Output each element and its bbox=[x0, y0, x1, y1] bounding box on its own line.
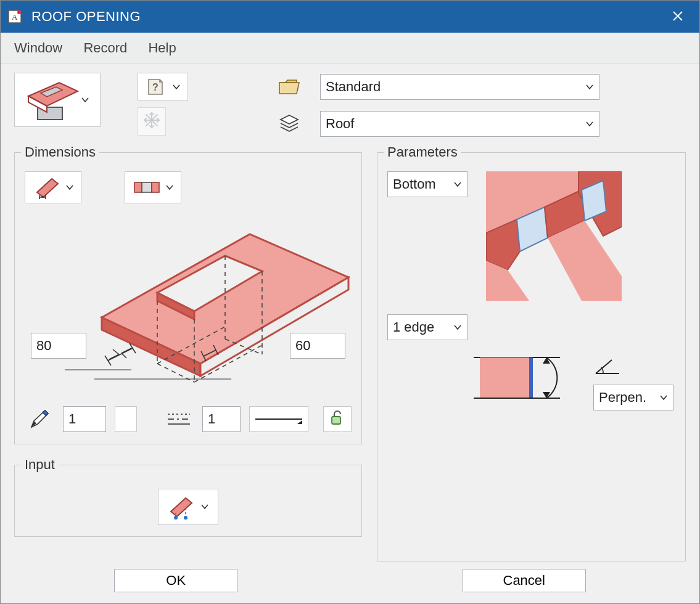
svg-rect-37 bbox=[332, 417, 340, 424]
svg-marker-56 bbox=[543, 392, 550, 398]
ok-button[interactable]: OK bbox=[114, 569, 237, 592]
opening-type-dropdown[interactable] bbox=[14, 73, 101, 127]
dimensions-group: Dimensions bbox=[14, 144, 362, 444]
unlock-icon bbox=[329, 409, 346, 429]
linetype-value-input[interactable] bbox=[202, 406, 241, 432]
snowflake-icon bbox=[142, 111, 161, 132]
chevron-down-icon bbox=[585, 83, 594, 91]
linetype-icon bbox=[164, 404, 194, 434]
parameters-legend: Parameters bbox=[384, 144, 461, 160]
folder-icon bbox=[274, 72, 304, 102]
layers-icon bbox=[274, 109, 304, 139]
color-swatch-white bbox=[119, 412, 133, 426]
layer-dropdown-value: Roof bbox=[326, 116, 354, 132]
footer: OK Cancel bbox=[1, 569, 699, 603]
edge-dropdown[interactable]: 1 edge bbox=[387, 314, 467, 340]
window-title: ROOF OPENING bbox=[31, 9, 662, 25]
svg-marker-38 bbox=[171, 498, 192, 516]
main-area: Dimensions bbox=[1, 144, 699, 569]
reference-dropdown-value: Bottom bbox=[393, 176, 436, 192]
freeze-button[interactable] bbox=[138, 107, 166, 136]
angle-dropdown-value: Perpen. bbox=[599, 390, 646, 406]
edge-dropdown-value: 1 edge bbox=[393, 319, 434, 335]
pen-color-button[interactable] bbox=[115, 406, 137, 432]
input-legend: Input bbox=[21, 457, 59, 473]
input-mode-dropdown[interactable] bbox=[158, 489, 218, 524]
reference-dropdown[interactable]: Bottom bbox=[387, 171, 467, 197]
layer-dropdown[interactable]: Roof bbox=[320, 111, 599, 137]
dimensions-preview bbox=[25, 210, 352, 388]
parameters-group: Parameters Bottom bbox=[377, 144, 686, 561]
dimension-a-input[interactable] bbox=[31, 333, 86, 359]
reference-preview bbox=[486, 171, 622, 301]
pen-value-input[interactable] bbox=[63, 406, 106, 432]
menu-help[interactable]: Help bbox=[148, 40, 176, 55]
dimension-b-input[interactable] bbox=[290, 333, 345, 359]
menu-record[interactable]: Record bbox=[83, 40, 127, 55]
roof-opening-type-icon bbox=[25, 78, 81, 122]
svg-rect-52 bbox=[480, 357, 529, 398]
lock-button[interactable] bbox=[323, 406, 352, 432]
slanted-dim-icon bbox=[32, 173, 62, 202]
style-dropdown[interactable]: Standard bbox=[320, 74, 599, 100]
pen-icon bbox=[25, 404, 54, 434]
svg-marker-55 bbox=[543, 357, 550, 364]
chevron-down-icon bbox=[453, 323, 462, 332]
svg-rect-15 bbox=[152, 182, 159, 192]
line-preview-icon bbox=[254, 413, 303, 425]
svg-text:A: A bbox=[12, 12, 18, 22]
svg-rect-53 bbox=[529, 357, 533, 398]
angle-icon bbox=[593, 356, 622, 378]
chevron-down-icon bbox=[585, 120, 594, 128]
help-book-icon: ? bbox=[145, 76, 166, 97]
edge-preview bbox=[474, 353, 579, 410]
chevron-down-icon bbox=[453, 180, 462, 189]
menu-window[interactable]: Window bbox=[14, 40, 62, 55]
titlebar: A ROOF OPENING bbox=[1, 1, 699, 33]
app-icon: A bbox=[7, 9, 23, 25]
chevron-down-icon bbox=[165, 183, 174, 192]
chevron-down-icon bbox=[65, 183, 74, 192]
section-icon bbox=[132, 173, 162, 202]
dimensions-legend: Dimensions bbox=[21, 144, 99, 160]
chevron-down-icon bbox=[659, 393, 668, 402]
input-mode-icon bbox=[167, 492, 197, 521]
svg-rect-14 bbox=[142, 182, 152, 192]
svg-marker-12 bbox=[37, 179, 58, 197]
linetype-preview-button[interactable] bbox=[249, 406, 308, 432]
svg-text:?: ? bbox=[152, 82, 159, 92]
style-dropdown-value: Standard bbox=[326, 79, 381, 95]
mode-b-dropdown[interactable] bbox=[125, 171, 181, 203]
help-library-dropdown[interactable]: ? bbox=[138, 73, 188, 101]
toolbar: ? bbox=[1, 64, 699, 144]
chevron-down-icon bbox=[172, 83, 181, 91]
close-button[interactable] bbox=[662, 9, 693, 25]
input-group: Input bbox=[14, 457, 362, 537]
cancel-button[interactable]: Cancel bbox=[463, 569, 586, 592]
svg-rect-13 bbox=[134, 182, 142, 192]
angle-dropdown[interactable]: Perpen. bbox=[593, 385, 673, 410]
svg-point-2 bbox=[17, 10, 21, 14]
chevron-down-icon bbox=[200, 502, 209, 511]
chevron-down-icon bbox=[81, 96, 89, 104]
mode-a-dropdown[interactable] bbox=[25, 171, 81, 203]
menubar: Window Record Help bbox=[1, 33, 699, 64]
svg-marker-36 bbox=[297, 420, 302, 424]
